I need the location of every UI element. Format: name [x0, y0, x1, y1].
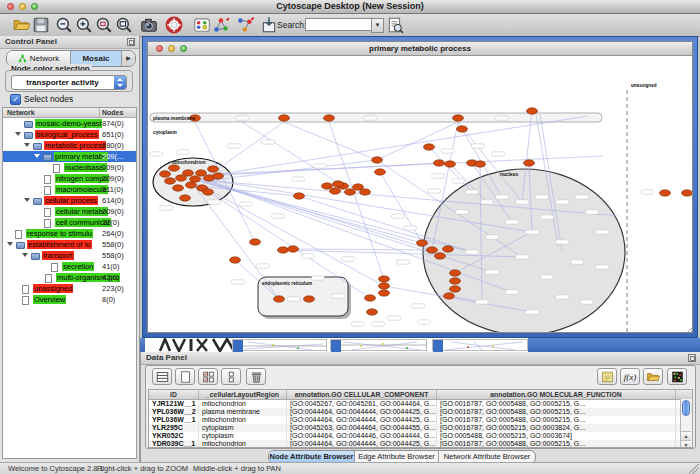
network-node[interactable]	[345, 189, 356, 195]
table-cell[interactable]: [GO:0045267, GO:0045261, GO:0044464, G..…	[287, 400, 437, 408]
tree-row[interactable]: biological_process651(0)	[3, 129, 136, 140]
network-node[interactable]	[379, 290, 390, 296]
table-cell[interactable]: [GO:0005488, GO:0005215, GO:0003674]	[437, 432, 676, 440]
function-builder-button[interactable]: f(x)	[620, 368, 640, 385]
tree-row[interactable]: Overview8(0)	[3, 294, 136, 305]
tree-row[interactable]: cellular metabo209(0)	[3, 206, 136, 217]
select-attributes-button[interactable]	[198, 368, 218, 385]
new-network-edges-button[interactable]	[237, 16, 255, 34]
network-node[interactable]	[230, 257, 241, 263]
network-node[interactable]	[169, 165, 180, 171]
network-node[interactable]	[196, 170, 207, 176]
network-node[interactable]	[417, 240, 428, 246]
tree-node-label[interactable]: macromolecule	[55, 185, 108, 194]
network-node[interactable]	[279, 115, 290, 121]
network-edge[interactable]	[380, 172, 422, 243]
float-panel-icon[interactable]	[688, 354, 696, 362]
tree-column-network[interactable]: Network	[7, 108, 35, 117]
network-node[interactable]	[173, 185, 184, 191]
tree-node-label[interactable]: response to stimulu	[26, 229, 93, 238]
table-cell[interactable]: plasma membrane	[199, 408, 287, 416]
network-node[interactable]	[322, 183, 333, 189]
window-grow-grip-icon[interactable]	[685, 325, 692, 332]
table-cell[interactable]: [GO:0016787, GO:0005488, GO:0005215, G..…	[437, 440, 676, 448]
table-cell[interactable]: cytoplasm	[199, 424, 287, 432]
table-cell[interactable]: YPL036W__2	[149, 408, 199, 416]
network-node[interactable]	[203, 189, 214, 195]
network-node[interactable]	[445, 161, 456, 167]
tree-row[interactable]: response to stimulu264(0)	[3, 228, 136, 239]
table-column-header[interactable]: annotation.GO MOLECULAR_FUNCTION	[437, 390, 676, 399]
tree-node-label[interactable]: biological_process	[35, 130, 99, 139]
network-node[interactable]	[165, 178, 176, 184]
node-color-dropdown[interactable]: transporter activity	[11, 75, 127, 90]
table-row[interactable]: YLR295Ccytoplasm[GO:0045263, GO:0044464,…	[149, 424, 692, 432]
table-column-header[interactable]: annotation.GO CELLULAR_COMPONENT	[287, 390, 437, 399]
network-node[interactable]	[180, 195, 191, 201]
tree-row[interactable]: establishment of lo558(0)	[3, 239, 136, 250]
open-session-button[interactable]	[13, 16, 31, 34]
table-cell[interactable]: YJR121W__1	[149, 400, 199, 408]
table-cell[interactable]: mitochondrion	[199, 400, 287, 408]
network-node[interactable]	[379, 276, 390, 282]
annotation-import-button[interactable]	[260, 16, 278, 34]
table-cell[interactable]: mitochondrion	[199, 440, 287, 448]
network-node[interactable]	[434, 160, 445, 166]
network-node[interactable]	[375, 169, 386, 175]
tree-node-label[interactable]: secretion	[62, 262, 94, 271]
network-edge[interactable]	[208, 116, 588, 176]
network-node[interactable]	[367, 309, 378, 315]
network-node[interactable]	[360, 189, 371, 195]
search-input[interactable]	[305, 18, 373, 31]
network-node[interactable]	[527, 108, 538, 114]
network-node[interactable]	[444, 293, 455, 299]
tree-row[interactable]: unassigned223(0)	[3, 283, 136, 294]
network-node[interactable]	[186, 182, 197, 188]
scroll-up-arrow-icon[interactable]: ▲	[681, 431, 691, 440]
network-view-frame[interactable]: primary metabolic process plasma membran…	[142, 36, 698, 338]
tree-expander-icon[interactable]	[15, 132, 21, 136]
network-node[interactable]	[333, 181, 344, 187]
tree-node-label[interactable]: unassigned	[33, 284, 73, 293]
tree-node-label[interactable]: transport	[42, 251, 74, 260]
network-node[interactable]	[278, 247, 289, 253]
zoom-out-button[interactable]	[55, 16, 73, 34]
help-lifering-button[interactable]	[165, 16, 183, 34]
network-node[interactable]	[524, 160, 535, 166]
tree-expander-icon[interactable]	[24, 198, 30, 202]
network-node[interactable]	[288, 246, 299, 252]
network-window-titlebar[interactable]: primary metabolic process	[148, 42, 692, 56]
delete-attribute-trash-button[interactable]	[246, 368, 266, 385]
table-row[interactable]: YDR039C__1mitochondrion[GO:0044464, GO:0…	[149, 440, 692, 448]
tree-column-nodes[interactable]: Nodes	[102, 108, 123, 117]
table-cell[interactable]: YLR295C	[149, 424, 199, 432]
tree-row[interactable]: secretion41(0)	[3, 261, 136, 272]
table-cell[interactable]: [GO:0045263, GO:0044464, GO:0044455, G..…	[287, 424, 437, 432]
background-window-thumbnail[interactable]	[330, 339, 427, 351]
network-node[interactable]	[660, 190, 671, 196]
table-cell[interactable]: [GO:0016787, GO:0005488, GO:0005215, G..…	[437, 416, 676, 424]
network-node[interactable]	[330, 188, 341, 194]
table-cell[interactable]: [GO:0016787, GO:0005215, GO:0003824, G..…	[437, 424, 676, 432]
tree-row[interactable]: multi-organism pro42(0)	[3, 272, 136, 283]
network-node[interactable]	[424, 144, 435, 150]
tree-node-label[interactable]: mosaic-demo-yeast	[35, 119, 102, 128]
new-network-from-selection-button[interactable]	[212, 16, 230, 34]
tree-expander-icon[interactable]	[24, 143, 30, 147]
network-node[interactable]	[682, 190, 693, 196]
attribute-notes-button[interactable]	[597, 368, 617, 385]
tree-row[interactable]: metabolic process280(0)	[3, 140, 136, 151]
background-window-thumbnail[interactable]	[232, 339, 327, 351]
network-node[interactable]	[457, 126, 468, 132]
tree-row[interactable]: nucleobase-209(0)	[3, 162, 136, 173]
network-node[interactable]	[372, 157, 383, 163]
table-cell[interactable]: [GO:0016787, GO:0005488, GO:0005215, G..…	[437, 408, 676, 416]
table-cell[interactable]: YPL036W__1	[149, 416, 199, 424]
network-node[interactable]	[450, 278, 461, 284]
table-row[interactable]: YPL036W__1mitochondrion[GO:0044464, GO:0…	[149, 416, 692, 424]
network-edge[interactable]	[242, 122, 343, 186]
create-attribute-button[interactable]	[175, 368, 195, 385]
network-node[interactable]	[160, 171, 171, 177]
network-edge[interactable]	[208, 122, 284, 176]
tree-row[interactable]: cellular process614(0)	[3, 195, 136, 206]
